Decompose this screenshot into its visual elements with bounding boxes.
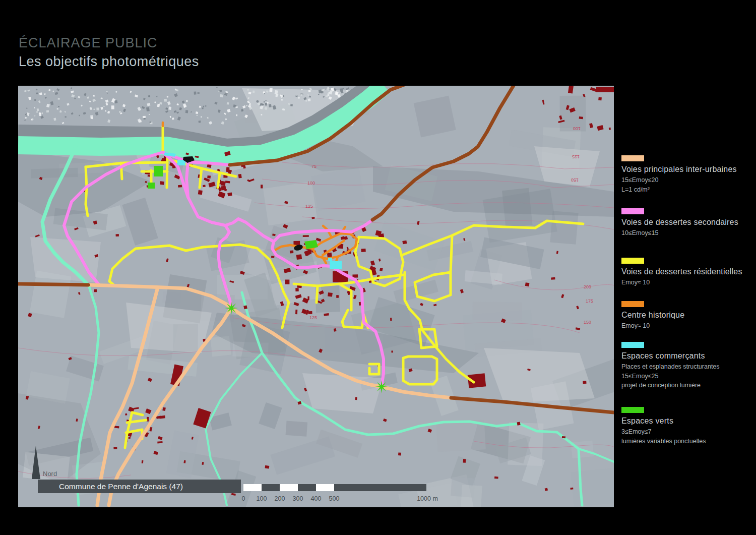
- legend-title: Centre historique: [621, 311, 756, 320]
- legend-line: 15≤Emoy≤20: [621, 175, 756, 185]
- page-title-kicker: ÉCLAIRAGE PUBLIC: [19, 35, 199, 51]
- legend-line: projet de conception lumière: [621, 381, 756, 390]
- north-label: Nord: [43, 470, 57, 478]
- legend-item-centre-historique: Centre historique Emoy≈ 10: [621, 301, 756, 331]
- legend-item-voies-secondaires: Voies de dessertes secondaires 10≤Emoy≤1…: [621, 208, 756, 238]
- slide: ÉCLAIRAGE PUBLIC Les objectifs photométr…: [0, 0, 756, 535]
- map-label-text: Commune de Penne d'Agenais (47): [59, 482, 183, 491]
- svg-text:150: 150: [584, 320, 591, 325]
- legend-title: Voies de dessertes secondaires: [621, 218, 756, 227]
- svg-text:200: 200: [275, 495, 285, 502]
- espace-vert-star: [375, 380, 388, 393]
- svg-text:175: 175: [586, 299, 593, 304]
- espace-vert-star: [225, 302, 238, 315]
- svg-text:75: 75: [311, 164, 317, 169]
- legend-title: Espaces commerçants: [621, 351, 756, 361]
- page-title: ÉCLAIRAGE PUBLIC Les objectifs photométr…: [19, 35, 199, 70]
- legend-swatch-espaces-verts: [621, 407, 644, 413]
- svg-text:125: 125: [305, 204, 313, 209]
- legend-title: Voies principales inter-urbaines: [621, 165, 756, 174]
- legend-swatch-voies-residentielles: [621, 258, 644, 264]
- svg-text:200: 200: [584, 284, 591, 289]
- legend-swatch-centre-historique: [621, 301, 644, 307]
- svg-text:100: 100: [307, 181, 315, 186]
- legend-detail: 3≤Emoy≤7 lumières variables ponctuelles: [621, 427, 756, 446]
- legend-item-espaces-verts: Espaces verts 3≤Emoy≤7 lumières variable…: [621, 407, 756, 446]
- legend-title: Espaces verts: [621, 417, 756, 426]
- svg-text:300: 300: [293, 495, 303, 502]
- legend-item-voies-residentielles: Voies de dessertes résidentielles Emoy≈ …: [621, 258, 756, 287]
- svg-text:100: 100: [573, 126, 581, 131]
- legend-item-espaces-commercants: Espaces commerçants Places et esplanades…: [621, 342, 756, 390]
- legend-line: 3≤Emoy≤7: [621, 427, 756, 437]
- legend-line: Places et esplanades structurantes: [621, 362, 756, 372]
- svg-text:500: 500: [329, 495, 340, 502]
- svg-text:125: 125: [309, 315, 317, 320]
- legend-item-voies-principales: Voies principales inter-urbaines 15≤Emoy…: [621, 155, 756, 195]
- legend-line: Emoy≈ 10: [621, 278, 756, 287]
- map: 75 100 125 125 150 175 200 100 125 150 N…: [18, 86, 614, 507]
- legend-title: Voies de dessertes résidentielles: [621, 267, 756, 276]
- page-title-main: Les objectifs photométriques: [19, 54, 199, 70]
- legend-line: 10≤Emoy≤15: [621, 228, 756, 238]
- legend-detail: Emoy≈ 10: [621, 278, 756, 287]
- legend-line: L=1 cd/m²: [621, 185, 756, 195]
- legend-detail: Places et esplanades structurantes 15≤Em…: [621, 362, 756, 390]
- legend-swatch-voies-principales: [621, 155, 644, 161]
- svg-text:100: 100: [257, 495, 267, 502]
- legend-detail: 15≤Emoy≤20 L=1 cd/m²: [621, 175, 756, 195]
- map-label-bar: Commune de Penne d'Agenais (47): [38, 480, 241, 493]
- legend-detail: 10≤Emoy≤15: [621, 228, 756, 238]
- legend-line: Emoy≈ 10: [621, 321, 756, 331]
- legend: Voies principales inter-urbaines 15≤Emoy…: [621, 155, 756, 459]
- map-canvas: 75 100 125 125 150 175 200 100 125 150 N…: [18, 86, 614, 507]
- svg-text:400: 400: [311, 495, 322, 502]
- legend-swatch-voies-secondaires: [621, 208, 644, 214]
- scale-end-label: 1000 m: [417, 495, 438, 502]
- svg-text:0: 0: [242, 495, 245, 502]
- legend-line: 15≤Emoy≤25: [621, 372, 756, 381]
- legend-swatch-espaces-commercants: [621, 342, 644, 348]
- legend-detail: Emoy≈ 10: [621, 321, 756, 331]
- svg-text:125: 125: [572, 154, 580, 159]
- svg-text:150: 150: [571, 177, 579, 183]
- legend-line: lumières variables ponctuelles: [621, 437, 756, 446]
